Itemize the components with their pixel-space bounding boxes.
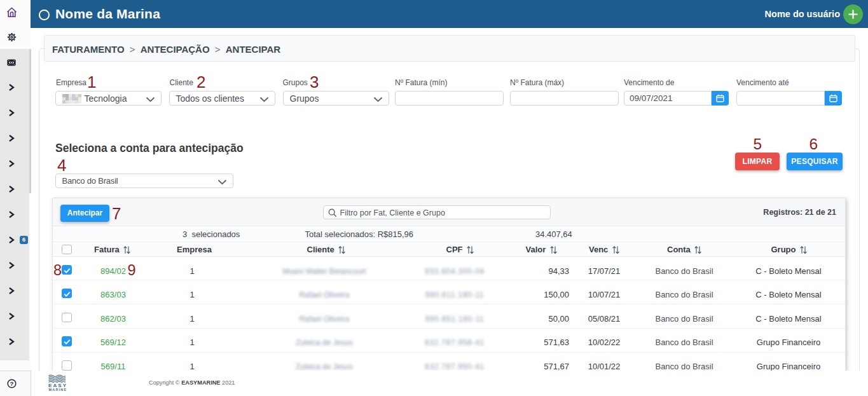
svg-text:?: ? bbox=[10, 380, 13, 387]
